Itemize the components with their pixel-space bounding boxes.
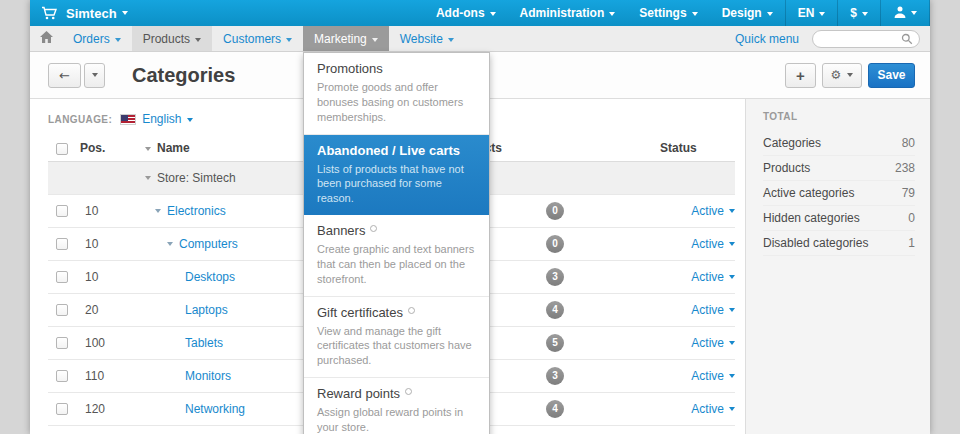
user-icon — [894, 4, 906, 22]
chevron-down-icon — [692, 12, 698, 16]
row-checkbox[interactable] — [56, 370, 68, 382]
stat-label: Disabled categories — [763, 236, 868, 250]
addon-indicator-icon — [405, 388, 412, 395]
position-value[interactable]: 10 — [80, 227, 140, 260]
position-value[interactable]: 10 — [80, 194, 140, 227]
row-checkbox[interactable] — [56, 238, 68, 250]
products-count-badge[interactable]: 0 — [546, 202, 564, 220]
dropdown-item-description: Create graphic and text banners that can… — [317, 242, 476, 287]
stat-value: 79 — [902, 186, 915, 200]
status-column-header[interactable]: Status — [660, 135, 735, 161]
stat-row: Disabled categories 1 — [763, 231, 915, 256]
top-nav: Add-ons Administration Settings Design — [424, 0, 785, 26]
gear-icon: ⚙ — [831, 68, 842, 82]
products-count-badge[interactable]: 3 — [546, 268, 564, 286]
row-checkbox[interactable] — [56, 205, 68, 217]
menubar-item[interactable]: Products — [132, 26, 212, 51]
position-value[interactable]: 10 — [80, 260, 140, 293]
expand-caret-icon[interactable] — [155, 209, 161, 213]
collapse-caret-icon — [145, 176, 151, 180]
top-nav-item[interactable]: Design — [710, 0, 785, 26]
category-link[interactable]: Networking — [185, 402, 245, 416]
home-button[interactable] — [30, 26, 62, 51]
status-dropdown[interactable]: Active — [691, 303, 735, 317]
chevron-down-icon — [847, 73, 853, 77]
dropdown-item-description: View and manage the gift certificates th… — [317, 324, 476, 369]
divider — [929, 0, 930, 26]
dropdown-item-title: Promotions — [317, 61, 476, 76]
products-count-badge[interactable]: 3 — [546, 367, 564, 385]
select-all-checkbox[interactable] — [56, 143, 68, 155]
chevron-down-icon — [490, 12, 496, 16]
shopping-cart-icon — [41, 6, 57, 20]
status-dropdown[interactable]: Active — [691, 204, 735, 218]
dropdown-item[interactable]: Banners Create graphic and text banners … — [304, 215, 489, 296]
menubar-item[interactable]: Marketing — [303, 26, 389, 51]
position-value[interactable]: 20 — [80, 293, 140, 326]
dropdown-item[interactable]: Reward points Assign global reward point… — [304, 377, 489, 434]
category-link[interactable]: Electronics — [167, 204, 226, 218]
row-checkbox[interactable] — [56, 337, 68, 349]
gear-dropdown-button[interactable]: ⚙ — [822, 63, 862, 88]
row-checkbox[interactable] — [56, 403, 68, 415]
top-nav-item[interactable]: Administration — [508, 0, 628, 26]
status-dropdown[interactable]: Active — [691, 402, 735, 416]
save-button[interactable]: Save — [868, 63, 915, 88]
stat-label: Products — [763, 161, 810, 175]
products-count-badge[interactable]: 5 — [546, 334, 564, 352]
dropdown-item[interactable]: Gift certificates View and manage the gi… — [304, 296, 489, 378]
row-checkbox[interactable] — [56, 304, 68, 316]
menubar-item[interactable]: Website — [389, 26, 465, 51]
pos-column-header[interactable]: Pos. — [80, 135, 140, 161]
position-value[interactable]: 100 — [80, 326, 140, 359]
chevron-down-icon — [609, 12, 615, 16]
add-category-button[interactable]: + — [785, 63, 816, 88]
status-dropdown[interactable]: Active — [691, 237, 735, 251]
top-nav-item[interactable]: Add-ons — [424, 0, 508, 26]
category-link[interactable]: Monitors — [185, 369, 231, 383]
status-dropdown[interactable]: Active — [691, 270, 735, 284]
language-selector[interactable]: English — [142, 112, 192, 126]
chevron-down-icon — [286, 38, 292, 42]
expand-caret-icon[interactable] — [167, 242, 173, 246]
dropdown-item[interactable]: Promotions Promote goods and offer bonus… — [304, 53, 489, 134]
dropdown-item[interactable]: Abandoned / Live carts Lists of products… — [304, 134, 489, 216]
user-menu[interactable] — [881, 0, 929, 26]
status-dropdown[interactable]: Active — [691, 336, 735, 350]
chevron-down-icon — [729, 374, 735, 378]
stat-value: 80 — [902, 136, 915, 150]
row-checkbox[interactable] — [56, 271, 68, 283]
back-button[interactable]: ← — [48, 63, 81, 88]
menubar-item[interactable]: Orders — [62, 26, 132, 51]
category-link[interactable]: Laptops — [185, 303, 228, 317]
stat-label: Hidden categories — [763, 211, 860, 225]
back-dropdown-button[interactable] — [84, 63, 105, 88]
brand-label: Simtech — [66, 6, 117, 21]
admin-page: Simtech Add-ons Administration Settings … — [30, 0, 930, 434]
menubar-item[interactable]: Customers — [212, 26, 303, 51]
products-count-badge[interactable]: 4 — [546, 400, 564, 418]
products-count-badge[interactable]: 4 — [546, 301, 564, 319]
dropdown-item-title: Abandoned / Live carts — [317, 143, 476, 158]
chevron-down-icon — [729, 275, 735, 279]
chevron-down-icon — [372, 38, 378, 42]
status-dropdown[interactable]: Active — [691, 369, 735, 383]
locale-menu[interactable]: EN — [786, 0, 838, 26]
currency-menu[interactable]: $ — [838, 0, 880, 26]
chevron-down-icon — [767, 12, 773, 16]
quick-menu-link[interactable]: Quick menu — [735, 26, 799, 51]
top-nav-item[interactable]: Settings — [627, 0, 709, 26]
category-link[interactable]: Desktops — [185, 270, 235, 284]
products-count-badge[interactable]: 0 — [546, 235, 564, 253]
chevron-down-icon — [729, 407, 735, 411]
brand-menu[interactable]: Simtech — [30, 0, 128, 26]
sidebar-stats: Categories 80 Products 238 Active catego… — [763, 131, 915, 256]
category-link[interactable]: Computers — [179, 237, 238, 251]
home-icon — [40, 31, 53, 46]
position-value[interactable]: 120 — [80, 392, 140, 425]
stat-row: Categories 80 — [763, 131, 915, 156]
position-value[interactable]: 110 — [80, 359, 140, 392]
search-input[interactable] — [813, 31, 897, 46]
stat-value: 0 — [908, 211, 915, 225]
category-link[interactable]: Tablets — [185, 336, 223, 350]
